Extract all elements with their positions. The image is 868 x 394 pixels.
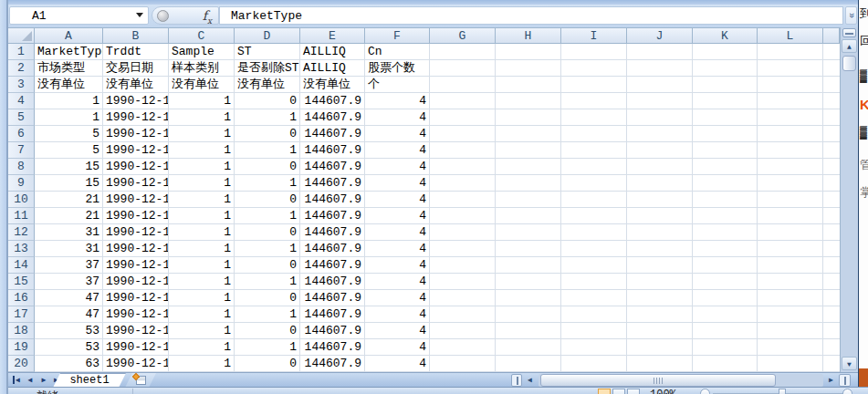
cell-K2[interactable] [693,60,758,77]
cell-F3[interactable]: 个 [365,77,430,93]
cell-K1[interactable] [693,44,758,60]
column-header-partial[interactable] [823,27,840,44]
cell-F6[interactable]: 4 [365,126,430,142]
cell-L15[interactable] [758,274,823,290]
cell-I5[interactable] [561,109,627,126]
page-layout-view-button[interactable] [612,389,625,394]
column-header-E[interactable]: E [300,27,365,44]
cell-A8[interactable]: 15 [35,159,103,175]
cell-A4[interactable]: 1 [35,93,103,109]
cell-C14[interactable]: 1 [169,257,235,274]
cell-L11[interactable] [758,208,823,224]
cell-D17[interactable]: 1 [235,306,300,323]
name-box-dropdown-icon[interactable] [136,13,143,17]
cell-L17[interactable] [758,306,823,323]
cell-J5[interactable] [627,109,693,126]
cell-J18[interactable] [627,323,693,339]
cell-H15[interactable] [496,274,561,290]
cell-L7[interactable] [758,142,823,159]
cell-A6[interactable]: 5 [35,126,103,142]
scrollbar-corner-box[interactable] [839,374,851,387]
cell-B9[interactable]: 1990-12-1 [103,175,169,192]
cell-A18[interactable]: 53 [35,323,103,339]
cell-F17[interactable]: 4 [365,306,430,323]
cell-H10[interactable] [496,192,561,208]
cell-partial-4[interactable] [823,93,840,109]
cell-K4[interactable] [693,93,758,109]
cell-D9[interactable]: 1 [235,175,300,192]
cell-L6[interactable] [758,126,823,142]
next-sheet-button[interactable]: ▶ [38,374,49,386]
cell-D13[interactable]: 1 [235,241,300,257]
cell-B10[interactable]: 1990-12-1 [103,192,169,208]
cell-D20[interactable]: 0 [235,356,300,372]
cell-H12[interactable] [496,224,561,241]
cell-I8[interactable] [561,159,627,175]
cell-A20[interactable]: 63 [35,356,103,372]
cell-L3[interactable] [758,77,823,93]
cell-B11[interactable]: 1990-12-1 [103,208,169,224]
row-header-10[interactable]: 10 [8,192,35,208]
cell-L1[interactable] [758,44,823,60]
cell-J12[interactable] [627,224,693,241]
cell-L5[interactable] [758,109,823,126]
row-header-13[interactable]: 13 [8,241,35,257]
cell-E20[interactable]: 144607.9 [300,356,365,372]
cell-B4[interactable]: 1990-12-1 [103,93,169,109]
cell-H11[interactable] [496,208,561,224]
cell-F7[interactable]: 4 [365,142,430,159]
cell-E5[interactable]: 144607.9 [300,109,365,126]
cell-B16[interactable]: 1990-12-1 [103,290,169,306]
cell-F14[interactable]: 4 [365,257,430,274]
cell-F4[interactable]: 4 [365,93,430,109]
cell-E10[interactable]: 144607.9 [300,192,365,208]
cell-E11[interactable]: 144607.9 [300,208,365,224]
cell-J6[interactable] [627,126,693,142]
cell-H5[interactable] [496,109,561,126]
cell-L20[interactable] [758,356,823,372]
cell-F20[interactable]: 4 [365,356,430,372]
row-header-18[interactable]: 18 [8,323,35,339]
cell-G7[interactable] [430,142,496,159]
cell-D2[interactable]: 是否剔除ST [235,60,300,77]
cell-L8[interactable] [758,159,823,175]
zoom-in-button[interactable] [842,389,852,394]
cell-H1[interactable] [496,44,561,60]
cell-partial-12[interactable] [823,224,840,241]
vertical-scroll-thumb[interactable] [842,56,856,71]
cell-L16[interactable] [758,290,823,306]
cell-D10[interactable]: 0 [235,192,300,208]
cell-L2[interactable] [758,60,823,77]
cell-C16[interactable]: 1 [169,290,235,306]
cell-B18[interactable]: 1990-12-1 [103,323,169,339]
column-header-J[interactable]: J [627,27,693,44]
cell-E3[interactable]: 没有单位 [300,77,365,93]
cell-partial-17[interactable] [823,306,840,323]
cell-L10[interactable] [758,192,823,208]
cell-H9[interactable] [496,175,561,192]
column-header-H[interactable]: H [496,27,561,44]
cell-L14[interactable] [758,257,823,274]
cell-E12[interactable]: 144607.9 [300,224,365,241]
zoom-level-label[interactable]: 100% [650,389,676,394]
column-header-L[interactable]: L [758,27,823,44]
cell-A14[interactable]: 37 [35,257,103,274]
cell-F11[interactable]: 4 [365,208,430,224]
cell-B6[interactable]: 1990-12-1 [103,126,169,142]
cell-I20[interactable] [561,356,627,372]
cell-C6[interactable]: 1 [169,126,235,142]
normal-view-button[interactable] [598,389,611,394]
row-header-3[interactable]: 3 [8,77,35,93]
cell-H2[interactable] [496,60,561,77]
cell-C3[interactable]: 没有单位 [169,77,235,93]
cell-D1[interactable]: ST [235,44,300,60]
cell-K20[interactable] [693,356,758,372]
cell-J20[interactable] [627,356,693,372]
cell-A9[interactable]: 15 [35,175,103,192]
cell-A16[interactable]: 47 [35,290,103,306]
cell-C18[interactable]: 1 [169,323,235,339]
cell-L13[interactable] [758,241,823,257]
cell-G11[interactable] [430,208,496,224]
cell-I2[interactable] [561,60,627,77]
cell-partial-6[interactable] [823,126,840,142]
